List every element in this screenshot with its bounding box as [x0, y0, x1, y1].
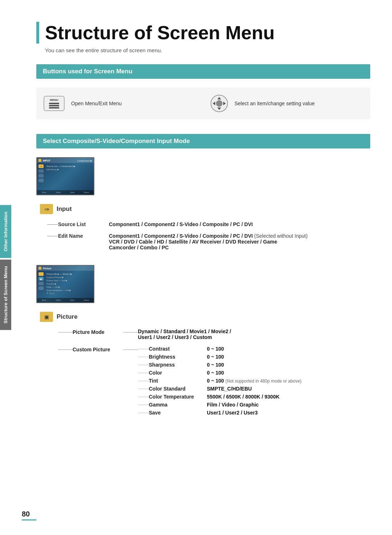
brightness-label: Brightness: [149, 354, 207, 360]
sharpness-label: Sharpness: [149, 362, 207, 368]
input-screen-thumbnail: INPUT Component1 ▶ ⇒ Source List — Compo…: [36, 157, 94, 195]
arrow-up-icon: [217, 97, 221, 99]
sidebar-item-other-info[interactable]: Other Information: [0, 205, 11, 258]
picture-section: Picture ▣ Picture Mode — Movie1 ▶ Custom…: [36, 265, 370, 418]
source-list-label: Source List: [58, 221, 102, 227]
picture-icon-row: ▣ Picture: [40, 312, 370, 322]
custom-picture-row: Custom Picture Contrast 0 ~ 100 Brightne…: [58, 346, 370, 418]
gamma-value: Film / Video / Graphic: [207, 402, 259, 408]
source-list-value: Component1 / Component2 / S-Video / Comp…: [109, 221, 253, 227]
color-value: 0 ~ 100: [207, 370, 224, 376]
menu-bar-1: [49, 103, 59, 104]
source-list-item: Source List Component1 / Component2 / S-…: [47, 221, 370, 227]
edit-name-values: Component1 / Component2 / S-Video / Comp…: [109, 232, 307, 250]
picture-screen-thumbnail: Picture ▣ Picture Mode — Movie1 ▶ Custom…: [36, 265, 94, 303]
select-button-desc: Select an item/change setting value: [234, 101, 315, 106]
menu-bar-2: [49, 105, 59, 106]
color-standard-label: Color Standard: [149, 386, 207, 392]
input-section: Select Composite/S-Video/Component Input…: [36, 134, 370, 250]
custom-picture-label: Custom Picture: [73, 346, 123, 352]
color-temperature-value: 5500K / 6500K / 8000K / 9300K: [207, 394, 279, 400]
page-number-underline: [22, 519, 36, 520]
save-value: User1 / User2 / User3: [207, 410, 258, 416]
menu-button-item: MENU Open Menu/Exit Menu: [44, 96, 196, 111]
tint-label: Tint: [149, 378, 207, 384]
select-button-icon: [211, 95, 228, 112]
sidebar-item-structure[interactable]: Structure of Screen Menu: [0, 260, 11, 330]
arrow-right-icon: [223, 102, 226, 105]
picture-tree: Picture Mode Dynamic / Standard / Movie1…: [58, 328, 370, 418]
menu-bars: [49, 103, 59, 109]
menu-button-icon: MENU: [44, 96, 65, 111]
input-icon-row: ⇒ Input: [40, 204, 370, 214]
color-temperature-label: Color Temperature: [149, 394, 207, 400]
page-title: Structure of Screen Menu: [36, 22, 370, 44]
save-label: Save: [149, 410, 207, 416]
page-subtitle: You can see the entire structure of scre…: [45, 47, 370, 53]
picture-section-icon: ▣: [40, 312, 53, 322]
main-content: Structure of Screen Menu You can see the…: [15, 0, 392, 454]
contrast-row: Contrast 0 ~ 100: [138, 346, 301, 352]
menu-bar-3: [49, 107, 59, 109]
buttons-section-header: Buttons used for Screen Menu: [36, 64, 370, 79]
custom-picture-sub-tree: Contrast 0 ~ 100 Brightness 0 ~ 100 Shar…: [138, 346, 301, 418]
brightness-row: Brightness 0 ~ 100: [138, 354, 301, 360]
side-tabs: Other Information Structure of Screen Me…: [0, 205, 11, 330]
picture-mode-row: Picture Mode Dynamic / Standard / Movie1…: [58, 328, 370, 340]
input-section-icon: ⇒: [40, 204, 53, 214]
menu-label: MENU: [50, 98, 58, 102]
arrow-left-icon: [213, 102, 215, 105]
select-center-button: [216, 100, 222, 107]
save-row: Save User1 / User2 / User3: [138, 410, 301, 416]
gamma-label: Gamma: [149, 402, 207, 408]
input-section-header: Select Composite/S-Video/Component Input…: [36, 134, 370, 148]
sharpness-row: Sharpness 0 ~ 100: [138, 362, 301, 368]
button-row: MENU Open Menu/Exit Menu: [36, 87, 370, 119]
contrast-label: Contrast: [149, 346, 207, 352]
arrow-down-icon: [217, 107, 221, 110]
edit-name-label: Edit Name: [58, 232, 102, 239]
input-section-label: Input: [57, 205, 72, 213]
brightness-value: 0 ~ 100: [207, 354, 224, 360]
buttons-section: Buttons used for Screen Menu MENU Open M…: [36, 64, 370, 119]
input-tree: Source List Component1 / Component2 / S-…: [47, 221, 370, 250]
color-standard-value: SMPTE_C/HD/EBU: [207, 386, 252, 392]
color-label: Color: [149, 370, 207, 376]
tint-value: 0 ~ 100 (Not supported in 480p mode or a…: [207, 378, 301, 384]
gamma-row: Gamma Film / Video / Graphic: [138, 402, 301, 408]
thumb-header: INPUT Component1 ▶: [37, 158, 94, 163]
menu-button-desc: Open Menu/Exit Menu: [71, 101, 122, 106]
color-temperature-row: Color Temperature 5500K / 6500K / 8000K …: [138, 394, 301, 400]
color-row: Color 0 ~ 100: [138, 370, 301, 376]
sharpness-value: 0 ~ 100: [207, 362, 224, 368]
select-button-item: Select an item/change setting value: [211, 95, 363, 112]
tint-row: Tint 0 ~ 100 (Not supported in 480p mode…: [138, 378, 301, 384]
picture-mode-label: Picture Mode: [73, 328, 123, 335]
edit-name-item: Edit Name Component1 / Component2 / S-Vi…: [47, 232, 370, 250]
picture-mode-value: Dynamic / Standard / Movie1 / Movie2 / U…: [138, 328, 231, 340]
picture-section-label: Picture: [57, 313, 78, 320]
color-standard-row: Color Standard SMPTE_C/HD/EBU: [138, 386, 301, 392]
page-number: 80: [22, 510, 36, 520]
contrast-value: 0 ~ 100: [207, 346, 224, 352]
